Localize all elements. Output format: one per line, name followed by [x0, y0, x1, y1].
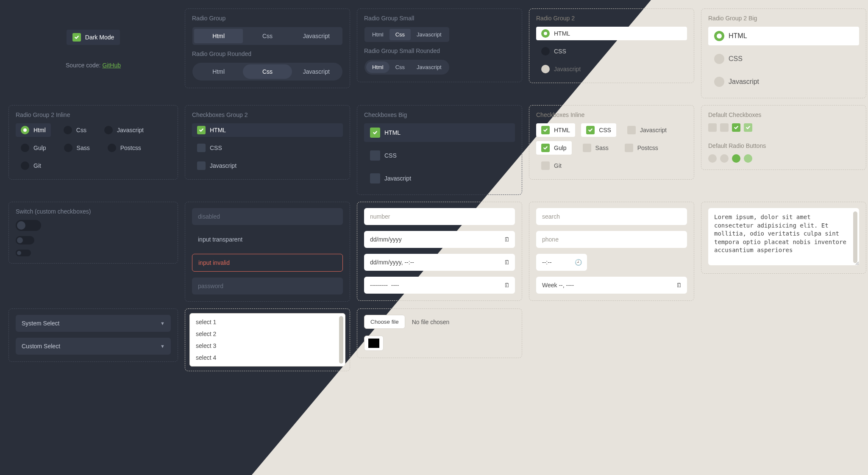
- radio-icon: [104, 126, 113, 134]
- radio-icon: [541, 65, 550, 73]
- textarea-field[interactable]: Lorem ipsum, dolor sit amet consectetur …: [708, 208, 859, 265]
- system-select[interactable]: System Select ▼: [16, 315, 171, 332]
- switch-medium[interactable]: [16, 236, 34, 244]
- option-2[interactable]: select 2: [190, 328, 345, 340]
- switches-title: Switch (custom checkboxes): [16, 208, 171, 215]
- custom-select[interactable]: Custom Select ▼: [16, 338, 171, 355]
- r-item-javascript[interactable]: Javascript: [708, 72, 859, 91]
- radio-group-2-inline-list: Html Css Javascript Gulp Sass Postcss Gi…: [16, 123, 171, 172]
- input-disabled[interactable]: [192, 208, 343, 225]
- r-item-javascript[interactable]: Javascript: [99, 123, 149, 137]
- panel-radio-group-small: Radio Group Small Html Css Javascript Ra…: [357, 8, 522, 82]
- input-invalid[interactable]: [192, 254, 343, 272]
- c-item-sass[interactable]: Sass: [578, 141, 614, 155]
- checkbox-icon: [197, 144, 206, 152]
- c-item-javascript[interactable]: Javascript: [364, 169, 515, 188]
- input-transparent[interactable]: [192, 231, 343, 248]
- option-3[interactable]: select 3: [190, 340, 345, 352]
- c-item-gulp[interactable]: Gulp: [536, 141, 572, 155]
- input-password[interactable]: [192, 278, 343, 294]
- checkbox-icon[interactable]: [720, 123, 729, 132]
- r-item-css[interactable]: CSS: [708, 50, 859, 68]
- panel-inputs-misc: 🕘 🗓: [529, 202, 694, 301]
- r-item-sass[interactable]: Sass: [59, 141, 95, 155]
- seg-item-html[interactable]: Html: [194, 64, 243, 79]
- r-item-git[interactable]: Git: [16, 159, 46, 172]
- seg-item-css[interactable]: Css: [389, 61, 411, 73]
- input-number[interactable]: [364, 208, 515, 225]
- seg-item-javascript[interactable]: Javascript: [411, 61, 448, 73]
- seg-item-html[interactable]: Html: [366, 29, 389, 40]
- choose-file-button[interactable]: Choose file: [364, 315, 405, 329]
- c-item-javascript[interactable]: Javascript: [192, 159, 343, 172]
- r-item-postcss[interactable]: Postcss: [103, 141, 146, 155]
- seg-item-css[interactable]: Css: [243, 64, 292, 79]
- scrollbar[interactable]: [339, 316, 343, 364]
- c-item-css[interactable]: CSS: [364, 146, 515, 165]
- checkbox-icon: [370, 173, 380, 183]
- input-search[interactable]: [536, 208, 687, 225]
- c-item-html[interactable]: HTML: [192, 123, 343, 137]
- checkbox-icon[interactable]: [732, 123, 740, 132]
- input-week[interactable]: [536, 277, 687, 294]
- input-phone[interactable]: [536, 231, 687, 248]
- radio-icon: [64, 126, 72, 134]
- option-1[interactable]: select 1: [190, 316, 345, 328]
- c-item-css[interactable]: CSS: [581, 123, 616, 137]
- panel-radio-group-2-inline: Radio Group 2 Inline Html Css Javascript…: [8, 105, 178, 180]
- radio-group-small-rounded-seg: Html Css Javascript: [364, 59, 450, 75]
- radio-group-2-big-list: HTML CSS Javascript: [708, 27, 859, 91]
- c-item-css[interactable]: CSS: [192, 141, 343, 155]
- c-item-html[interactable]: HTML: [364, 123, 515, 142]
- r-item-css[interactable]: CSS: [536, 44, 687, 58]
- input-month[interactable]: [364, 277, 515, 294]
- checkbox-icon: [625, 144, 633, 152]
- switch-large[interactable]: [16, 220, 41, 231]
- input-time[interactable]: [536, 254, 587, 271]
- seg-item-html[interactable]: Html: [194, 29, 243, 43]
- seg-item-css[interactable]: Css: [389, 29, 411, 40]
- radio-icon[interactable]: [744, 154, 752, 163]
- switch-small[interactable]: [16, 250, 31, 256]
- r-item-css[interactable]: Css: [58, 123, 92, 137]
- select-listbox[interactable]: select 1 select 2 select 3 select 4: [189, 313, 345, 367]
- seg-item-javascript[interactable]: Javascript: [411, 29, 448, 40]
- checkboxes-inline-list: HTML CSS Javascript Gulp Sass Postcss Gi…: [536, 123, 687, 172]
- checkbox-icon[interactable]: [744, 123, 752, 132]
- input-datetime[interactable]: [364, 254, 515, 271]
- c-item-git[interactable]: Git: [536, 159, 567, 172]
- c-item-html[interactable]: HTML: [536, 123, 575, 137]
- checkbox-icon[interactable]: [708, 123, 717, 132]
- github-link[interactable]: GitHub: [102, 62, 121, 69]
- scrollbar[interactable]: [853, 211, 857, 263]
- radio-group-2-title: Radio Group 2: [536, 15, 687, 22]
- checkbox-icon: [197, 126, 206, 134]
- dark-mode-toggle-pill[interactable]: Dark Mode: [67, 30, 120, 45]
- r-item-javascript[interactable]: Javascript: [536, 62, 687, 76]
- radio-group-2-big-title: Radio Group 2 Big: [708, 15, 859, 22]
- c-item-javascript[interactable]: Javascript: [622, 123, 672, 137]
- seg-item-html[interactable]: Html: [366, 61, 389, 73]
- color-input[interactable]: [364, 336, 384, 351]
- panel-selects: System Select ▼ Custom Select ▼: [8, 308, 178, 362]
- radio-group-title: Radio Group: [192, 15, 343, 22]
- r-item-gulp[interactable]: Gulp: [16, 141, 51, 155]
- radio-group-rounded-title: Radio Group Rounded: [192, 50, 343, 57]
- seg-item-javascript[interactable]: Javascript: [292, 29, 341, 43]
- seg-item-javascript[interactable]: Javascript: [292, 64, 341, 79]
- radio-group-small-rounded-title: Radio Group Small Rounded: [364, 47, 515, 54]
- radio-icon[interactable]: [708, 154, 717, 163]
- radio-icon: [541, 29, 550, 38]
- radio-icon[interactable]: [732, 154, 740, 163]
- input-date[interactable]: [364, 231, 515, 248]
- chevron-down-icon: ▼: [160, 344, 165, 349]
- r-item-html[interactable]: Html: [16, 123, 51, 137]
- r-item-html[interactable]: HTML: [708, 27, 859, 45]
- seg-item-css[interactable]: Css: [243, 29, 292, 43]
- r-item-html[interactable]: HTML: [536, 27, 687, 40]
- option-4[interactable]: select 4: [190, 352, 345, 364]
- panel-radio-group: Radio Group Html Css Javascript Radio Gr…: [185, 8, 350, 88]
- c-item-postcss[interactable]: Postcss: [620, 141, 663, 155]
- radio-icon[interactable]: [720, 154, 729, 163]
- checkbox-icon: [586, 126, 595, 134]
